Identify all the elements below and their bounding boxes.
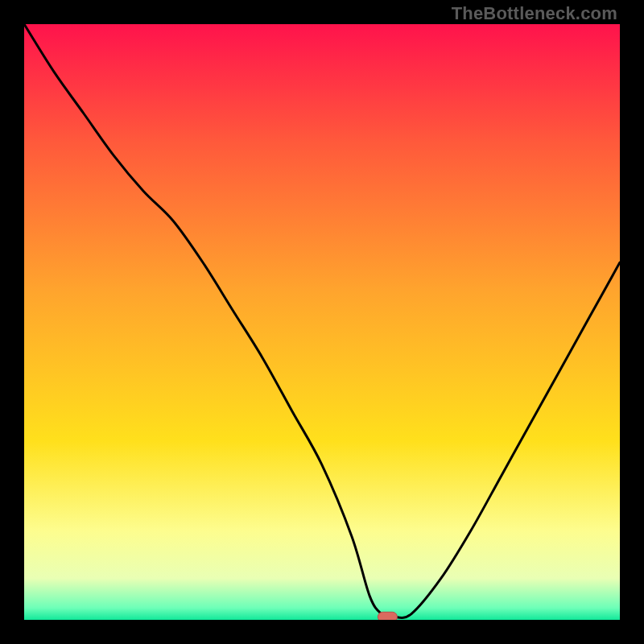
curve-layer: [24, 24, 620, 620]
bottleneck-curve: [24, 24, 620, 617]
chart-frame: TheBottleneck.com: [0, 0, 644, 644]
plot-area: [24, 24, 620, 620]
watermark-text: TheBottleneck.com: [452, 3, 617, 24]
optimal-marker: [378, 612, 397, 620]
